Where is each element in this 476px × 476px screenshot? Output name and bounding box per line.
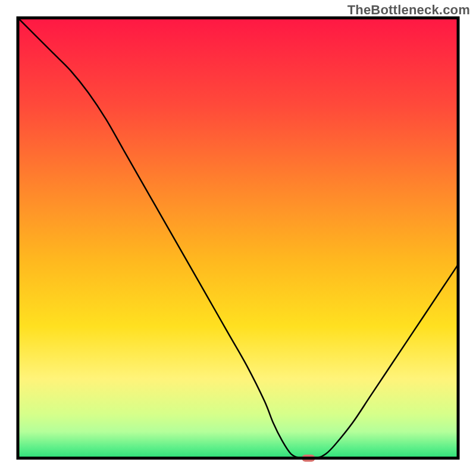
bottleneck-chart: TheBottleneck.com xyxy=(0,0,476,476)
chart-svg xyxy=(0,0,476,476)
watermark-text: TheBottleneck.com xyxy=(347,2,470,18)
plot-background xyxy=(18,18,458,458)
